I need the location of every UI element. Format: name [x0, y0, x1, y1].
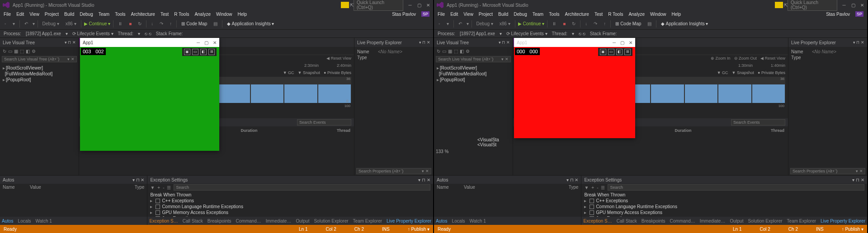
- app-min-icon[interactable]: ─: [197, 40, 200, 45]
- ide-instance-right: App1 (Running) - Microsoft Visual Studio…: [434, 0, 868, 233]
- lpe-search-input[interactable]: Search Properties (Alt+`)▾ ✕: [356, 168, 431, 174]
- live-visual-tree-panel: Live Visual Tree ▾ ⊓ ✕ ↻▭▦⬚◧⚙ Search Liv…: [0, 38, 79, 175]
- go-to-live-tree-icon: ▣: [184, 49, 190, 55]
- step-out-icon[interactable]: ↑: [168, 21, 174, 27]
- running-app-window: App1 ─▢✕ 000000 ▣▭◧⊞: [514, 38, 635, 138]
- menu-project[interactable]: Project: [45, 12, 59, 17]
- menu-analyze[interactable]: Analyze: [194, 12, 211, 17]
- notification-icon[interactable]: [775, 2, 783, 8]
- close-icon[interactable]: ✕: [426, 3, 430, 8]
- frame-counter: 003002: [81, 48, 106, 55]
- menu-rtools[interactable]: R Tools: [174, 12, 189, 17]
- vs-logo-icon: [437, 1, 444, 9]
- tab-output[interactable]: Output: [296, 219, 309, 224]
- live-visual-tree-panel: Live Visual Tree▾ ⊓ ✕ ↻▭▦⬚◧⚙ Search Live…: [434, 38, 513, 175]
- nav-back-icon[interactable]: ◦: [3, 21, 8, 27]
- menu-bar: FileEditViewProjectBuildDebugTeamToolsAr…: [434, 10, 867, 18]
- menu-debug[interactable]: Debug: [80, 12, 93, 17]
- exc-search-input[interactable]: Search: [174, 184, 430, 191]
- step-over-icon[interactable]: ↷: [158, 21, 165, 27]
- codemap-button[interactable]: ⊞ Code Map: [179, 21, 209, 27]
- menu-view[interactable]: View: [29, 12, 39, 17]
- lvt-toolbar: ↻▭▦⬚◧⚙: [0, 47, 79, 55]
- exc-item[interactable]: ▸Common Language Runtime Exceptions: [150, 204, 430, 210]
- stop-icon[interactable]: ■: [127, 21, 133, 27]
- tab-solution-explorer[interactable]: Solution Explorer: [314, 219, 348, 224]
- lvt-tree[interactable]: ▸[RootScrollViewer] [FullWindowMediaRoot…: [0, 63, 79, 175]
- main-toolbar: ◦ ▾ ↶ ▾ Debug ▾ x86 ▾ ▶ Continue ▾ ⏸ ■ ↻…: [0, 18, 433, 30]
- pause-icon[interactable]: ⏸: [116, 21, 124, 27]
- pin-icon[interactable]: ▾ ⊓ ✕: [65, 40, 76, 45]
- debug-target[interactable]: Debug ▾: [41, 21, 61, 27]
- status-bar: Ready Ln 1 Col 2 Ch 2 INS ↑ Publish ▾: [0, 225, 433, 233]
- tab-command[interactable]: Command…: [236, 219, 261, 224]
- menu-file[interactable]: File: [4, 12, 11, 17]
- menu-test[interactable]: Test: [160, 12, 169, 17]
- menu-help[interactable]: Help: [238, 12, 247, 17]
- panel-title-lpe: Live Property Explorer ▾ ⊓ ✕: [354, 38, 433, 47]
- user-badge[interactable]: SP: [421, 11, 429, 17]
- nav-fwd-icon[interactable]: ▾: [11, 21, 17, 27]
- xaml-debug-toolbar[interactable]: ▣▭◧⊞: [182, 48, 217, 56]
- exc-item[interactable]: ▸GPU Memory Access Exceptions: [150, 210, 430, 215]
- quick-launch-input[interactable]: Quick Launch (Ctrl+Q): [788, 0, 837, 11]
- continue-button[interactable]: ▶ Continue ▾: [84, 21, 111, 26]
- app-close-icon[interactable]: ✕: [213, 40, 217, 45]
- titlebar: App1 (Running) - Microsoft Visual Studio…: [0, 0, 433, 10]
- tab-callstack[interactable]: Call Stack: [183, 219, 203, 224]
- tree-item: ▸[PopupRoot]: [3, 77, 76, 83]
- tool-icon[interactable]: ▤: [212, 21, 219, 27]
- layout-adorners-icon: ◧: [200, 49, 207, 55]
- exception-settings-panel: Exception Settings▾ ⊓ ✕ ▼+-☰ Search Brea…: [147, 176, 433, 225]
- frame-counter: 000000: [515, 48, 540, 55]
- pin-icon[interactable]: ⇱: [350, 3, 354, 8]
- panel-title-lvt: Live Visual Tree ▾ ⊓ ✕: [0, 38, 79, 47]
- menu-edit[interactable]: Edit: [16, 12, 24, 17]
- track-focus-icon: ⊞: [208, 49, 215, 55]
- tab-breakpoints[interactable]: Breakpoints: [208, 219, 231, 224]
- minimize-icon[interactable]: ─: [408, 3, 412, 8]
- tab-locals[interactable]: Locals: [18, 219, 31, 224]
- tree-item: ▸[RootScrollViewer]: [3, 65, 76, 71]
- menu-architecture[interactable]: Architecture: [131, 12, 155, 17]
- ide-instance-left: App1 (Running) - Microsoft Visual Studio…: [0, 0, 434, 233]
- appinsights-button[interactable]: ◆ Application Insights ▾: [225, 21, 276, 27]
- quick-launch-input[interactable]: Quick Launch (Ctrl+Q): [354, 0, 403, 11]
- vs-logo-icon: [3, 1, 10, 9]
- live-property-explorer-panel: Live Property Explorer ▾ ⊓ ✕ Name<No Nam…: [354, 38, 433, 175]
- step-into-icon[interactable]: ↓: [149, 21, 155, 27]
- menu-window[interactable]: Window: [216, 12, 232, 17]
- user-label: Stas Pavlov: [392, 12, 416, 17]
- menu-bar: File Edit View Project Build Debug Team …: [0, 10, 433, 18]
- menu-build[interactable]: Build: [64, 12, 74, 17]
- process-label: Process:: [4, 31, 21, 36]
- running-app-window: App1 ─▢✕ 003002 ▣▭◧⊞: [80, 38, 219, 151]
- zoom-level[interactable]: 133 %: [436, 149, 448, 154]
- select-element-icon: ▭: [192, 49, 198, 55]
- tab-live-prop-explorer[interactable]: Live Property Explorer: [387, 219, 431, 224]
- tree-item: [FullWindowMediaRoot]: [3, 71, 76, 77]
- tab-team-explorer[interactable]: Team Explorer: [353, 219, 382, 224]
- tab-autos[interactable]: Autos: [2, 219, 14, 224]
- undo-icon[interactable]: ↶: [23, 21, 30, 27]
- tab-watch1[interactable]: Watch 1: [35, 219, 52, 224]
- lvt-search-input[interactable]: Search Live Visual Tree (Alt+`)▾ ✕: [2, 56, 77, 62]
- restart-icon[interactable]: ↻: [136, 21, 143, 27]
- search-events-input[interactable]: Search Events: [297, 119, 351, 126]
- menu-tools[interactable]: Tools: [115, 12, 125, 17]
- autos-panel: Autos▾ ⊓ ✕ NameValueType Autos Locals Wa…: [0, 176, 147, 225]
- notification-icon[interactable]: [341, 2, 349, 8]
- xaml-code-snippet: <VisualSta <VisualSt: [477, 137, 499, 147]
- app-max-icon[interactable]: ▢: [204, 40, 208, 45]
- publish-button[interactable]: ↑ Publish ▾: [408, 227, 429, 232]
- process-value[interactable]: [18972] App1.exe: [26, 31, 61, 36]
- maximize-icon[interactable]: ▢: [417, 3, 421, 8]
- tab-immediate[interactable]: Immediate…: [266, 219, 292, 224]
- process-bar: Process: [18972] App1.exe ▾ ⟳ Lifecycle …: [0, 30, 433, 38]
- menu-team[interactable]: Team: [99, 12, 109, 17]
- exc-item[interactable]: ▸C++ Exceptions: [150, 198, 430, 204]
- tab-exception[interactable]: Exception S…: [149, 219, 178, 224]
